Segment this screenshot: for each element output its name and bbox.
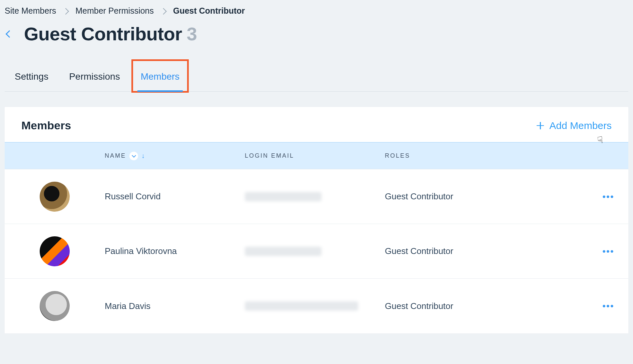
page-title-row: Guest Contributor 3	[5, 23, 628, 68]
chevron-right-icon	[160, 8, 167, 15]
table-row: Maria Davis Guest Contributor •••	[5, 279, 628, 333]
breadcrumb-member-permissions[interactable]: Member Permissions	[75, 6, 154, 16]
member-name[interactable]: Russell Corvid	[105, 191, 245, 202]
tab-permissions[interactable]: Permissions	[68, 68, 121, 91]
avatar[interactable]	[40, 182, 70, 212]
member-email	[245, 192, 385, 201]
breadcrumb: Site Members Member Permissions Guest Co…	[5, 4, 628, 23]
member-email	[245, 301, 385, 311]
chevron-down-icon	[132, 153, 136, 158]
table-row: Paulina Viktorovna Guest Contributor •••	[5, 224, 628, 279]
row-actions-button[interactable]: •••	[602, 246, 614, 256]
breadcrumb-site-members[interactable]: Site Members	[5, 6, 56, 16]
chevron-right-icon	[62, 8, 69, 15]
redacted-email	[245, 301, 358, 311]
page-title-text: Guest Contributor	[24, 23, 182, 45]
redacted-email	[245, 192, 322, 201]
back-arrow-icon[interactable]	[6, 30, 13, 38]
member-name[interactable]: Maria Davis	[105, 301, 245, 311]
column-header-name[interactable]: NAME ↓	[105, 152, 245, 160]
page-title: Guest Contributor 3	[24, 23, 197, 45]
member-role: Guest Contributor	[385, 191, 588, 202]
column-name-label: NAME	[105, 152, 126, 159]
plus-icon	[537, 122, 544, 129]
tab-members-label: Members	[141, 71, 180, 82]
sort-toggle-button[interactable]	[129, 152, 138, 160]
avatar[interactable]	[40, 291, 70, 321]
member-count: 3	[187, 23, 197, 45]
breadcrumb-current: Guest Contributor	[173, 6, 245, 16]
avatar[interactable]	[40, 236, 70, 266]
tab-settings[interactable]: Settings	[13, 68, 50, 91]
member-role: Guest Contributor	[385, 246, 588, 256]
redacted-email	[245, 247, 322, 256]
members-card: Members Add Members ☟ NAME ↓ LOGIN EMAIL…	[5, 107, 628, 333]
column-header-roles[interactable]: ROLES	[385, 152, 588, 159]
add-members-label: Add Members	[549, 120, 612, 131]
sort-direction-icon[interactable]: ↓	[141, 152, 146, 160]
row-actions-button[interactable]: •••	[602, 301, 614, 311]
member-role: Guest Contributor	[385, 301, 588, 311]
table-row: Russell Corvid Guest Contributor •••	[5, 169, 628, 224]
table-body: Russell Corvid Guest Contributor ••• Pau…	[5, 169, 628, 333]
member-name[interactable]: Paulina Viktorovna	[105, 246, 245, 256]
tab-members[interactable]: Members	[139, 68, 181, 91]
table-header: NAME ↓ LOGIN EMAIL ROLES	[5, 142, 628, 169]
member-email	[245, 247, 385, 256]
row-actions-button[interactable]: •••	[602, 191, 614, 202]
card-header: Members Add Members ☟	[5, 107, 628, 142]
tabs: Settings Permissions Members	[5, 68, 628, 92]
add-members-button[interactable]: Add Members ☟	[537, 120, 612, 131]
column-header-email[interactable]: LOGIN EMAIL	[245, 152, 385, 159]
card-heading: Members	[21, 119, 71, 132]
